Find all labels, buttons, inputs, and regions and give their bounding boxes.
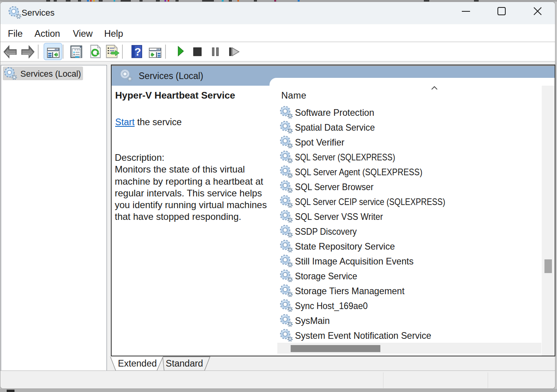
svg-text:?: ? xyxy=(134,46,141,58)
